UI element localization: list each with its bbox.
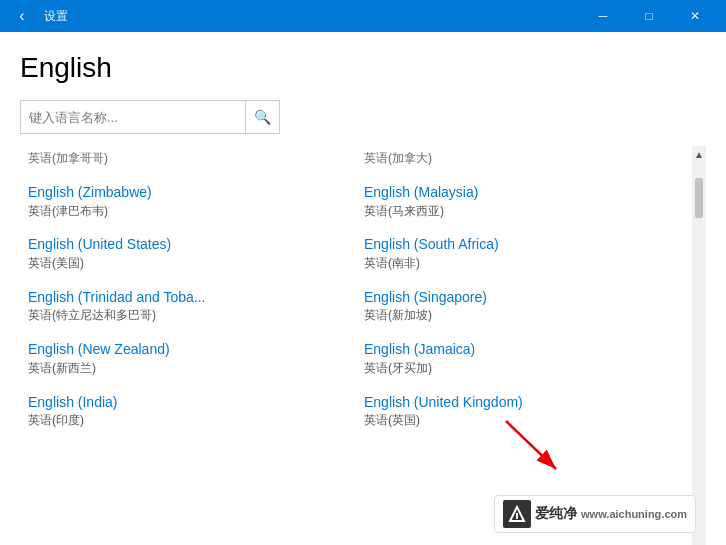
lang-name: English (New Zealand) [28,340,348,360]
lang-native: 英语(津巴布韦) [28,203,348,220]
lang-name: English (Malaysia) [364,183,684,203]
title-bar: ‹ 设置 ─ □ ✕ [0,0,726,32]
list-item[interactable]: English (New Zealand) 英语(新西兰) [20,332,356,384]
lang-native: 英语(新加坡) [364,307,684,324]
watermark: 爱纯净 www.aichuning.com [494,495,696,533]
lang-native: 英语(英国) [364,412,684,429]
main-content: English 🔍 英语(加拿哥哥) English (Zimbabwe) 英语… [0,32,726,545]
lang-name: English (South Africa) [364,235,684,255]
watermark-logo [503,500,531,528]
minimize-button[interactable]: ─ [580,0,626,32]
lang-name: English (Jamaica) [364,340,684,360]
lang-name: English (United States) [28,235,348,255]
lang-native: 英语(印度) [28,412,348,429]
search-input[interactable] [21,110,245,125]
lang-name: English (Trinidad and Toba... [28,288,348,308]
scrollbar-thumb[interactable] [695,178,703,218]
lang-name: English (India) [28,393,348,413]
list-item[interactable]: English (India) 英语(印度) [20,385,356,437]
left-column: 英语(加拿哥哥) English (Zimbabwe) 英语(津巴布韦) Eng… [20,146,356,545]
close-button[interactable]: ✕ [672,0,718,32]
maximize-button[interactable]: □ [626,0,672,32]
lang-native: 英语(马来西亚) [364,203,684,220]
search-icon[interactable]: 🔍 [245,100,279,134]
list-item[interactable]: English (Zimbabwe) 英语(津巴布韦) [20,175,356,227]
lang-native: 英语(新西兰) [28,360,348,377]
lang-native: 英语(特立尼达和多巴哥) [28,307,348,324]
title-bar-title: 设置 [44,8,580,25]
lang-native: 英语(牙买加) [364,360,684,377]
lang-name: English (Zimbabwe) [28,183,348,203]
lang-name: English (Singapore) [364,288,684,308]
list-item[interactable]: English (United States) 英语(美国) [20,227,356,279]
lang-native: 英语(美国) [28,255,348,272]
back-button[interactable]: ‹ [8,2,36,30]
watermark-url: www.aichuning.com [581,508,687,520]
title-bar-controls: ─ □ ✕ [580,0,718,32]
right-column: 英语(加拿大) English (Malaysia) 英语(马来西亚) Engl… [356,146,692,545]
list-item[interactable]: English (Trinidad and Toba... 英语(特立尼达和多巴… [20,280,356,332]
search-box: 🔍 [20,100,280,134]
list-item[interactable]: English (South Africa) 英语(南非) [356,227,692,279]
list-item[interactable]: English (Singapore) 英语(新加坡) [356,280,692,332]
page-title: English [20,52,706,84]
lang-native: 英语(南非) [364,255,684,272]
list-item[interactable]: English (United Kingdom) 英语(英国) [356,385,692,437]
watermark-text: 爱纯净 [535,505,577,523]
left-column-header: 英语(加拿哥哥) [20,146,356,175]
language-columns: 英语(加拿哥哥) English (Zimbabwe) 英语(津巴布韦) Eng… [20,146,692,545]
right-column-header: 英语(加拿大) [356,146,692,175]
list-item[interactable]: English (Jamaica) 英语(牙买加) [356,332,692,384]
list-item[interactable]: English (Malaysia) 英语(马来西亚) [356,175,692,227]
language-list-container: 英语(加拿哥哥) English (Zimbabwe) 英语(津巴布韦) Eng… [20,146,706,545]
scrollbar-up-arrow[interactable]: ▲ [692,146,706,162]
scrollbar[interactable]: ▲ [692,146,706,545]
lang-name: English (United Kingdom) [364,393,684,413]
